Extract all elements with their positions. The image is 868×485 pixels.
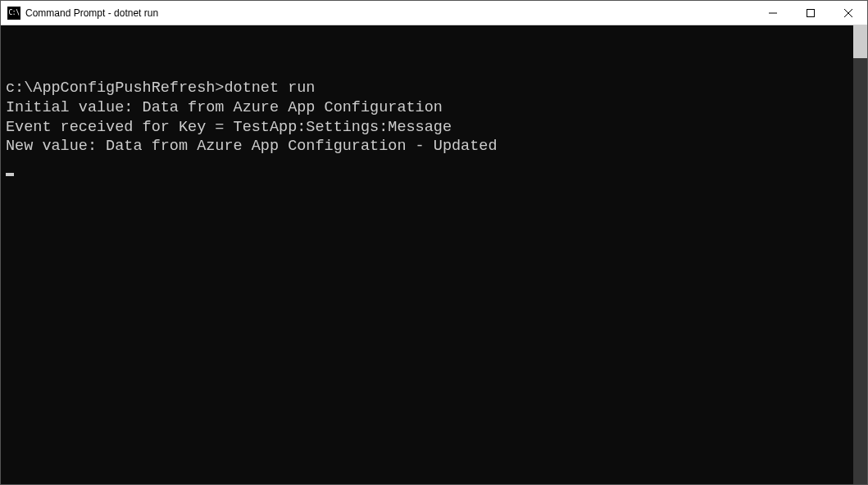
prompt-line: c:\AppConfigPushRefresh>dotnet run — [6, 79, 853, 98]
minimize-button[interactable] — [754, 1, 792, 25]
output-line: Event received for Key = TestApp:Setting… — [6, 118, 853, 138]
window-controls — [754, 1, 867, 25]
minimize-icon — [769, 9, 777, 17]
console-output[interactable]: c:\AppConfigPushRefresh>dotnet runInitia… — [1, 25, 853, 484]
vertical-scrollbar[interactable] — [853, 25, 867, 484]
maximize-icon — [807, 9, 815, 17]
cursor — [6, 173, 14, 176]
close-icon — [844, 9, 852, 17]
prompt-path: c:\AppConfigPushRefresh> — [6, 79, 224, 97]
maximize-button[interactable] — [792, 1, 829, 25]
scrollbar-thumb[interactable] — [853, 25, 867, 58]
title-bar: C:\ Command Prompt - dotnet run — [1, 1, 867, 25]
command-text: dotnet run — [224, 79, 315, 97]
close-button[interactable] — [829, 1, 867, 25]
output-line: Initial value: Data from Azure App Confi… — [6, 98, 853, 118]
app-icon: C:\ — [7, 7, 20, 20]
app-icon-label: C:\ — [9, 10, 20, 16]
window-title: Command Prompt - dotnet run — [25, 7, 158, 19]
svg-rect-1 — [807, 9, 815, 16]
console-wrapper: c:\AppConfigPushRefresh>dotnet runInitia… — [1, 25, 867, 484]
output-line: New value: Data from Azure App Configura… — [6, 137, 853, 156]
scrollbar-track — [853, 58, 867, 484]
